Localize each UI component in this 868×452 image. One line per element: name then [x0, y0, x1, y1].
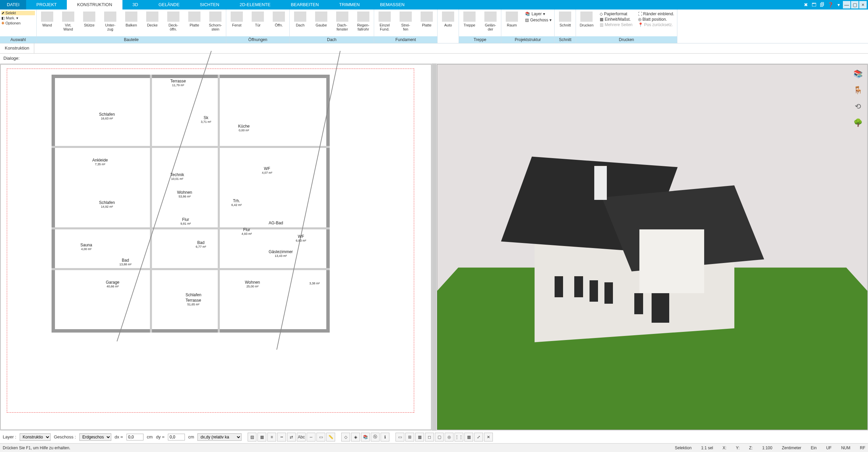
ribbon-item-dachfenster[interactable]: Dach-fenster: [332, 10, 353, 36]
menu-konstruktion[interactable]: KONSTRUKTION: [67, 0, 122, 10]
dropdown-icon[interactable]: ▾: [835, 1, 842, 8]
ribbon-item-fenst[interactable]: Fenst: [226, 10, 247, 36]
menu-3d[interactable]: 3D: [122, 0, 149, 10]
room-label: Sk3,71 m²: [201, 115, 211, 124]
menu-trimmen[interactable]: TRIMMEN: [329, 0, 370, 10]
ribbon-group-oeffnungen: FenstTürÖffn. Öffnungen: [226, 10, 290, 43]
menu-2d-elemente[interactable]: 2D-ELEMENTE: [229, 0, 281, 10]
icon-dots[interactable]: ⋮⋮: [455, 433, 463, 441]
subtab-konstruktion[interactable]: Konstruktion: [0, 43, 34, 53]
ribbon-item-gaube[interactable]: Gaube: [311, 10, 332, 36]
icon-snap2[interactable]: ✕: [484, 433, 493, 441]
chair-icon[interactable]: 🪑: [852, 84, 864, 96]
tree-icon[interactable]: 🌳: [852, 117, 864, 129]
menu-gelaende[interactable]: GELÄNDE: [148, 0, 190, 10]
layers-icon[interactable]: 📚: [852, 68, 864, 80]
geschoss-dropdown[interactable]: ▤Geschoss ▾: [525, 18, 552, 22]
ribbon-item-schnitt[interactable]: Schnitt: [555, 10, 576, 36]
geschoss-label: Geschoss :: [54, 434, 76, 439]
ribbon-item-treppe[interactable]: Treppe: [459, 10, 480, 36]
menu-sichten[interactable]: SICHTEN: [190, 0, 229, 10]
icon-layers2[interactable]: 📚: [361, 433, 370, 441]
ribbon-item-deckffn[interactable]: Deck-öffn.: [163, 10, 184, 36]
status-num: NUM: [841, 446, 850, 450]
minimize-icon[interactable]: —: [843, 1, 850, 8]
status-uf: UF: [826, 446, 832, 450]
ribbon-item-einzelfund[interactable]: EinzelFund.: [374, 10, 395, 36]
tool-icon-2[interactable]: 🗔: [810, 1, 818, 8]
icon-arrow[interactable]: ⇄: [287, 433, 296, 441]
pane-splitter[interactable]: [432, 64, 437, 430]
papierformat-button[interactable]: ◇ Papierformat: [600, 12, 632, 16]
icon-grid3[interactable]: ▦: [415, 433, 424, 441]
mark-button[interactable]: ◧ Mark. ▾: [1, 16, 35, 20]
icon-dim[interactable]: ↔: [307, 433, 315, 441]
3d-view[interactable]: 📚 🪑 ⟲ 🌳: [437, 64, 868, 430]
optionen-button[interactable]: ✚ Optionen: [1, 21, 35, 25]
ribbon-item-balken[interactable]: Balken: [121, 10, 142, 36]
dy-input[interactable]: [168, 434, 185, 440]
icon-ruler[interactable]: 📏: [326, 433, 335, 441]
menu-datei[interactable]: DATEI: [0, 0, 26, 10]
orbit-icon[interactable]: ⟲: [852, 100, 864, 113]
menu-projekt[interactable]: PROJEKT: [26, 0, 67, 10]
ribbon-item-virtwand[interactable]: Virt.Wand: [58, 10, 79, 36]
icon-grid4[interactable]: ▦: [464, 433, 473, 441]
menu-bearbeiten[interactable]: BEARBEITEN: [281, 0, 329, 10]
selekt-button[interactable]: ⬈ Selekt: [1, 11, 35, 15]
ribbon-item-tr[interactable]: Tür: [247, 10, 268, 36]
icon-lines[interactable]: ≡: [267, 433, 276, 441]
room-label: Technik10,01 m²: [170, 172, 184, 181]
floorplan-view[interactable]: Terrasse11,79 m²Schlafen16,63 m²Sk3,71 m…: [0, 64, 431, 430]
ribbon-item-drucken[interactable]: Drucken: [576, 10, 597, 36]
icon-grid1[interactable]: ▦: [257, 433, 266, 441]
icon-rect[interactable]: ▭: [396, 433, 404, 441]
icon-hatch[interactable]: ▨: [248, 433, 256, 441]
layer-dropdown[interactable]: 📚Layer ▾: [525, 12, 552, 16]
pos-reset-button[interactable]: 📍 Pos zurücksetz.: [638, 22, 674, 27]
raender-button[interactable]: ⛶ Ränder einblend.: [638, 12, 674, 16]
ribbon-item-sttze[interactable]: Stütze: [79, 10, 100, 36]
icon-grid2[interactable]: ⊞: [405, 433, 414, 441]
maximize-icon[interactable]: ▢: [851, 1, 859, 8]
icon-north[interactable]: Ⓝ: [371, 433, 380, 441]
icon-snap1[interactable]: ⤢: [474, 433, 483, 441]
mehrere-seiten-button[interactable]: ▥ Mehrere Seiten: [600, 22, 632, 27]
icon-abc[interactable]: Abc: [297, 433, 306, 441]
ribbon-item-ffn[interactable]: Öffn.: [268, 10, 289, 36]
ribbon-item-dach[interactable]: Dach: [290, 10, 311, 36]
close-icon[interactable]: ×: [859, 1, 867, 8]
ribbon-item-gelnder[interactable]: Gelän-der: [480, 10, 501, 36]
icon-diamond[interactable]: ◇: [341, 433, 350, 441]
icon-target[interactable]: ◎: [445, 433, 454, 441]
ribbon-item-platte[interactable]: Platte: [416, 10, 437, 36]
blatt-position-button[interactable]: ◎ Blatt position.: [638, 17, 674, 22]
ribbon-item-streifen[interactable]: Strei-fen: [395, 10, 416, 36]
tool-icon-3[interactable]: 🗐: [818, 1, 826, 8]
ribbon-item-unterzug[interactable]: Unter-zug: [100, 10, 121, 36]
einheit-button[interactable]: ▦ Einheit/Maßst.: [600, 17, 632, 22]
icon-sq2[interactable]: ▢: [435, 433, 444, 441]
ribbon-item-platte[interactable]: Platte: [184, 10, 205, 36]
help-icon[interactable]: ❓: [827, 1, 834, 8]
ribbon-item-schornstein[interactable]: Schorn-stein: [205, 10, 226, 36]
icon-diamond2[interactable]: ◈: [351, 433, 360, 441]
layer-select[interactable]: Konstruktio: [20, 433, 51, 441]
icon-sq1[interactable]: ◻: [425, 433, 434, 441]
room-label: Bad13,88 m²: [119, 258, 132, 266]
geschoss-select[interactable]: Erdgeschos: [79, 433, 111, 441]
menu-bemassen[interactable]: BEMASSEN: [370, 0, 414, 10]
icon-info[interactable]: ℹ: [381, 433, 389, 441]
ribbon-item-decke[interactable]: Decke: [142, 10, 163, 36]
status-y: Y:: [736, 446, 740, 450]
ribbon-item-regenfallrohr[interactable]: Regen-fallrohr: [353, 10, 374, 36]
icon-sheet[interactable]: ▭: [316, 433, 325, 441]
tool-icon-1[interactable]: ✖: [802, 1, 810, 8]
icon-dash[interactable]: ┅: [277, 433, 286, 441]
ribbon-item-auto[interactable]: Auto: [438, 10, 459, 43]
ribbon-item-wand[interactable]: Wand: [37, 10, 58, 36]
dx-input[interactable]: [127, 434, 143, 440]
status-x: X:: [722, 446, 726, 450]
coord-mode-select[interactable]: dx,dy (relativ ka: [197, 433, 242, 441]
ribbon-item-raum[interactable]: Raum: [501, 10, 522, 36]
